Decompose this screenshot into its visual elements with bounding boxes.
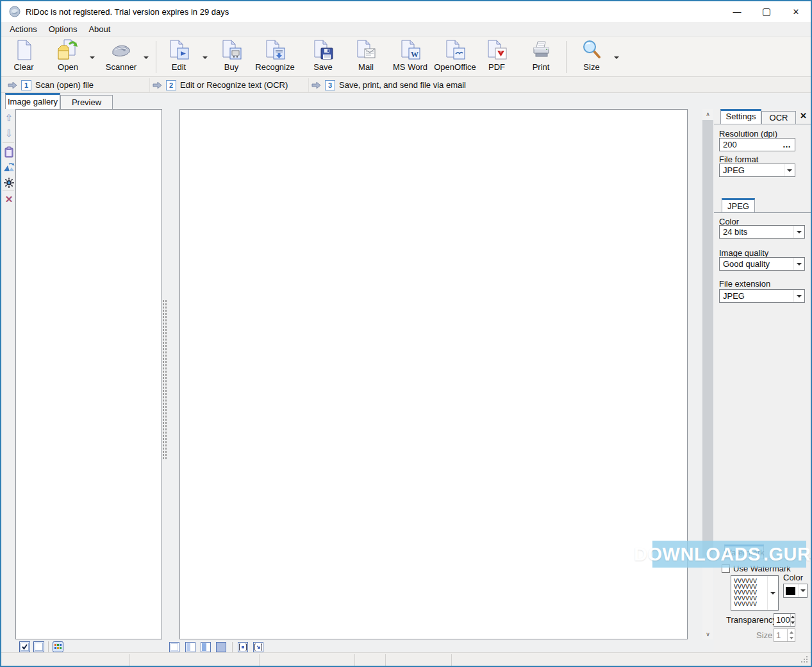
chevron-down-icon[interactable] <box>798 584 807 597</box>
paste-button[interactable] <box>3 146 15 158</box>
fit-page-icon <box>238 642 248 652</box>
tab-settings[interactable]: Settings <box>720 109 761 124</box>
down-arrow-icon: ⇩ <box>5 128 13 139</box>
openoffice-button[interactable]: OpenOffice <box>432 39 478 75</box>
scanner-button[interactable]: Scanner <box>101 39 141 75</box>
minimize-button[interactable]: — <box>722 1 752 22</box>
pdf-button[interactable]: PDF <box>481 39 513 75</box>
mail-envelope-icon <box>355 39 377 61</box>
mail-button[interactable]: Mail <box>350 39 382 75</box>
spin-up-icon[interactable] <box>788 629 795 636</box>
file-extension-select[interactable]: JPEG <box>719 289 805 303</box>
watermark-pattern-select[interactable]: VVVVVV VVVVVV VVVVVV VVVVVV VVVVVV <box>731 575 779 611</box>
panel-close-icon[interactable]: ✕ <box>800 111 807 121</box>
scanner-dropdown-arrow[interactable] <box>142 54 150 62</box>
page-view-wide-button[interactable] <box>201 642 211 653</box>
spinner-arrows[interactable] <box>790 614 795 626</box>
scroll-up-button[interactable]: ∧ <box>702 109 713 119</box>
color-value: 24 bits <box>723 227 747 237</box>
resolution-input[interactable]: 200 … <box>719 138 795 151</box>
status-separator <box>385 654 386 666</box>
maximize-button[interactable]: ▢ <box>752 1 781 22</box>
resolution-browse-button[interactable]: … <box>783 140 795 149</box>
file-format-select[interactable]: JPEG <box>719 164 795 177</box>
deselect-all-button[interactable] <box>33 641 44 652</box>
clipboard-icon <box>4 146 14 158</box>
menu-options[interactable]: Options <box>43 22 83 37</box>
size-spinner[interactable]: 1 <box>774 629 795 642</box>
step-edit-ocr[interactable]: 2 Edit or Recognize text (OCR) <box>153 77 288 93</box>
chevron-down-icon[interactable] <box>793 226 804 238</box>
tab-ocr[interactable]: OCR <box>761 111 796 124</box>
page-view-normal-button[interactable] <box>169 642 180 653</box>
size-label: Size <box>756 630 772 640</box>
edit-dropdown-arrow[interactable] <box>201 54 209 62</box>
thumbnail-view-button[interactable] <box>53 641 63 652</box>
image-quality-select[interactable]: Good quality <box>719 257 805 271</box>
image-gallery-panel[interactable] <box>15 109 162 639</box>
tab-image-gallery[interactable]: Image gallery <box>5 93 60 109</box>
transparency-spinner[interactable]: 100 <box>774 613 795 627</box>
step-separator <box>149 78 150 92</box>
move-up-button[interactable]: ⇧ <box>3 112 15 124</box>
spin-up-icon[interactable] <box>791 614 795 620</box>
spin-down-icon[interactable] <box>788 636 795 642</box>
color-select[interactable]: 24 bits <box>719 225 805 239</box>
spinner-arrows[interactable] <box>787 629 795 641</box>
open-dropdown-arrow[interactable] <box>88 54 96 62</box>
scrollbar-thumb[interactable] <box>702 120 713 557</box>
menu-actions[interactable]: Actions <box>4 22 43 37</box>
buy-cart-icon <box>220 39 242 61</box>
menu-about[interactable]: About <box>83 22 116 37</box>
status-separator <box>259 654 260 666</box>
move-down-button[interactable]: ⇩ <box>3 127 15 140</box>
watermark-color-select[interactable] <box>783 584 808 598</box>
edit-button[interactable]: Edit <box>163 39 195 75</box>
file-extension-label: File extension <box>719 279 770 289</box>
ms-word-button[interactable]: W MS Word <box>390 39 431 75</box>
resize-grip[interactable] <box>800 655 808 663</box>
file-format-label: File format <box>719 155 758 164</box>
page-view-half-button[interactable] <box>185 642 196 653</box>
scroll-down-button[interactable]: ∨ <box>702 629 713 639</box>
toolbar-separator <box>156 41 156 73</box>
toolbar-button-label: Size <box>583 62 599 72</box>
fit-page-button[interactable] <box>238 642 249 653</box>
delete-button[interactable]: ✕ <box>3 193 15 206</box>
title-bar[interactable]: RiDoc is not registered. Trial version e… <box>1 1 811 22</box>
chevron-down-icon[interactable] <box>784 164 795 176</box>
size-dropdown-arrow[interactable] <box>613 54 620 62</box>
mini-separator <box>232 642 233 653</box>
step-save-send[interactable]: 3 Save, print, and send file via email <box>311 77 466 93</box>
chevron-down-icon[interactable] <box>767 576 778 610</box>
open-button[interactable]: Open <box>51 39 85 75</box>
toolbar-button-label: Print <box>533 62 550 72</box>
resolution-label: Resolution (dpi) <box>719 129 777 139</box>
fit-width-button[interactable] <box>253 642 264 653</box>
close-button[interactable]: ✕ <box>781 1 811 22</box>
step-scan[interactable]: 1 Scan (open) file <box>8 77 94 93</box>
preview-panel[interactable] <box>179 109 688 639</box>
tab-preview-result[interactable]: Preview result <box>60 95 113 109</box>
checked-box-icon <box>19 641 30 652</box>
save-button[interactable]: Save <box>306 39 340 75</box>
page-view-full-button[interactable] <box>216 642 227 653</box>
ms-word-icon: W <box>399 39 421 61</box>
rotate-image-button[interactable] <box>3 161 15 174</box>
color-swatch <box>786 587 795 595</box>
toolbar-button-label: Edit <box>172 62 186 72</box>
toolbar-button-label: MS Word <box>393 62 427 72</box>
clear-button[interactable]: Clear <box>9 39 38 75</box>
toolbar-button-label: Buy <box>224 62 238 72</box>
gallery-splitter[interactable] <box>162 300 167 460</box>
recognize-button[interactable]: Recognize <box>253 39 297 75</box>
chevron-down-icon[interactable] <box>793 290 804 302</box>
buy-button[interactable]: Buy <box>215 39 247 75</box>
jpeg-group-tab[interactable]: JPEG <box>722 198 755 212</box>
select-all-button[interactable] <box>19 641 30 652</box>
print-button[interactable]: Print <box>524 39 558 75</box>
brightness-button[interactable] <box>3 176 15 189</box>
chevron-down-icon[interactable] <box>793 258 804 270</box>
spin-down-icon[interactable] <box>791 620 795 627</box>
size-button[interactable]: Size <box>576 39 608 75</box>
